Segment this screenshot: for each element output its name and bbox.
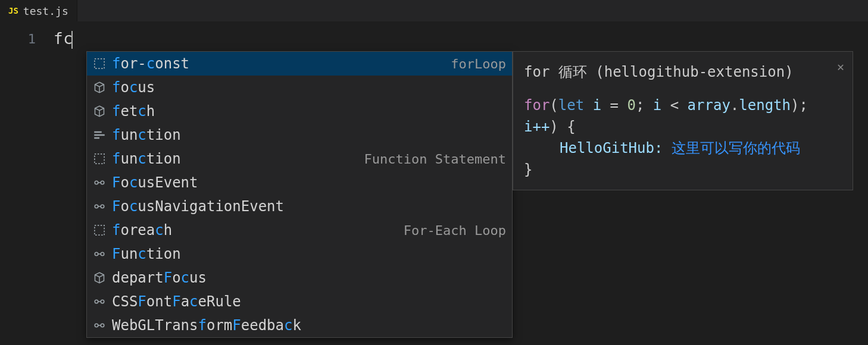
svg-rect-2: [94, 134, 105, 136]
interface-icon: [93, 247, 106, 261]
interface-icon: [93, 200, 106, 213]
module-icon: [93, 105, 106, 118]
tab-filename: test.js: [23, 5, 68, 17]
suggestion-label: for-const: [112, 55, 445, 72]
svg-point-12: [95, 252, 98, 256]
svg-point-16: [101, 300, 104, 303]
editor-tab[interactable]: JS test.js: [0, 0, 77, 21]
suggestion-item[interactable]: foreachFor-Each Loop: [87, 218, 512, 242]
suggestion-hint: Function Statement: [364, 152, 506, 167]
suggestion-item[interactable]: CSSFontFaceRule: [87, 290, 512, 313]
suggestion-item[interactable]: departFocus: [87, 266, 512, 290]
svg-point-6: [101, 181, 104, 184]
suggestion-detail-popup: ✕ for 循环 (hellogithub-extension) for(let…: [513, 51, 853, 190]
suggestion-hint: For-Each Loop: [404, 223, 506, 238]
module-icon: [93, 81, 106, 94]
snippet-icon: [93, 57, 106, 70]
suggestion-hint: forLoop: [451, 57, 506, 71]
svg-point-15: [95, 300, 98, 303]
suggestion-item[interactable]: fetch: [87, 99, 512, 123]
detail-title: for 循环 (hellogithub-extension): [524, 61, 842, 83]
svg-rect-1: [94, 131, 102, 133]
suggestion-item[interactable]: WebGLTransformFeedback: [87, 313, 512, 337]
svg-point-19: [101, 324, 104, 327]
svg-point-13: [101, 252, 104, 256]
svg-point-9: [101, 205, 104, 208]
suggestion-item[interactable]: for-constforLoop: [87, 52, 512, 76]
suggestion-item[interactable]: FocusNavigationEvent: [87, 195, 512, 218]
suggestion-label: fetch: [112, 103, 506, 120]
interface-icon: [93, 295, 106, 308]
typed-code: fc: [54, 30, 73, 48]
svg-rect-0: [95, 59, 104, 68]
interface-icon: [93, 319, 106, 332]
svg-rect-4: [95, 154, 104, 164]
suggestion-label: function: [112, 150, 358, 167]
suggestion-label: CSSFontFaceRule: [112, 293, 506, 310]
close-icon[interactable]: ✕: [837, 58, 844, 76]
svg-rect-11: [95, 225, 104, 235]
suggestion-item[interactable]: focus: [87, 76, 512, 99]
suggestion-label: function: [112, 127, 506, 143]
interface-icon: [93, 176, 106, 189]
suggestion-item[interactable]: function: [87, 123, 512, 147]
svg-point-8: [95, 205, 98, 208]
js-file-icon: JS: [8, 6, 18, 15]
svg-point-5: [95, 181, 98, 184]
text-cursor: [71, 31, 73, 49]
suggestion-item[interactable]: Function: [87, 242, 512, 266]
suggestion-label: foreach: [112, 222, 398, 239]
module-icon: [93, 271, 106, 284]
editor-area[interactable]: 1 fc: [0, 21, 868, 50]
svg-rect-3: [94, 137, 99, 139]
tab-bar: JS test.js: [0, 0, 868, 21]
snippet-icon: [93, 224, 106, 237]
line-number: 1: [0, 32, 54, 46]
suggestion-item[interactable]: functionFunction Statement: [87, 147, 512, 171]
keyword-icon: [93, 128, 106, 142]
detail-code-block: for(let i = 0; i < array.length); i++) {…: [524, 95, 842, 180]
snippet-icon: [93, 152, 106, 165]
detail-body-link[interactable]: 这里可以写你的代码: [672, 140, 800, 156]
svg-point-18: [95, 324, 98, 327]
suggestion-label: FocusNavigationEvent: [112, 198, 506, 215]
suggestion-label: departFocus: [112, 269, 506, 286]
code-line: 1 fc: [0, 27, 868, 50]
suggestion-label: Function: [112, 246, 506, 262]
suggestion-label: WebGLTransformFeedback: [112, 317, 506, 334]
suggestion-popup[interactable]: for-constforLoopfocusfetchfunctionfuncti…: [86, 51, 513, 338]
suggestion-label: FocusEvent: [112, 174, 506, 191]
suggestion-label: focus: [112, 79, 506, 96]
suggestion-item[interactable]: FocusEvent: [87, 171, 512, 195]
